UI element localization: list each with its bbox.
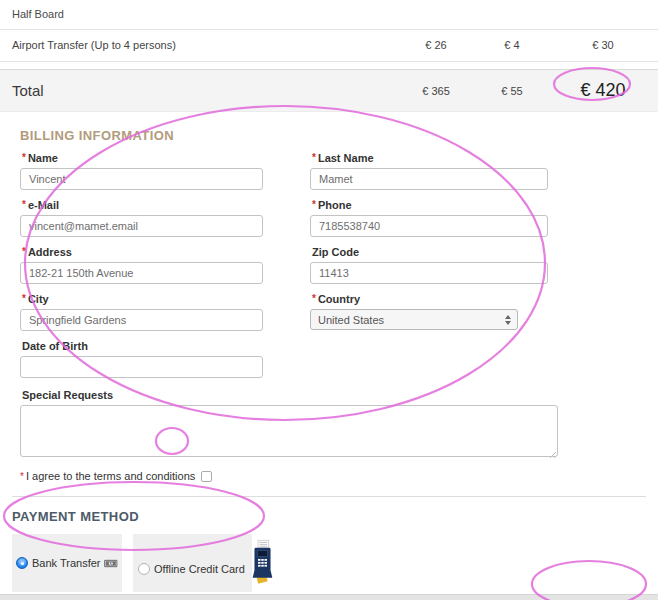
field-city: *City bbox=[20, 293, 263, 331]
pricing-table: Half Board Airport Transfer (Up to 4 per… bbox=[0, 0, 658, 112]
total-price: € 365 bbox=[396, 85, 476, 97]
field-email: *e-Mail bbox=[20, 199, 263, 237]
required-marker: * bbox=[20, 471, 24, 482]
terms-row: * I agree to the terms and conditions bbox=[20, 470, 658, 482]
svg-text:$: $ bbox=[110, 561, 112, 565]
required-marker: * bbox=[22, 152, 26, 163]
footer-strip bbox=[0, 594, 658, 600]
date-of-birth-input[interactable] bbox=[20, 356, 263, 378]
billing-section: BILLING INFORMATION *Name *Last Name *e-… bbox=[0, 112, 658, 482]
required-marker: * bbox=[312, 293, 316, 304]
checkout-page: Half Board Airport Transfer (Up to 4 per… bbox=[0, 0, 658, 600]
name-input[interactable] bbox=[20, 168, 263, 190]
address-label: *Address bbox=[22, 246, 263, 258]
special-requests-label: Special Requests bbox=[22, 389, 558, 401]
last-name-input[interactable] bbox=[310, 168, 548, 190]
payment-heading: PAYMENT METHOD bbox=[12, 509, 658, 524]
card-terminal-icon bbox=[250, 539, 275, 587]
country-select[interactable]: United States bbox=[310, 309, 518, 330]
billing-form-grid: *Name *Last Name *e-Mail *Phone *Address… bbox=[20, 152, 658, 387]
required-marker: * bbox=[22, 246, 26, 257]
field-country: *Country United States bbox=[310, 293, 548, 331]
zip-code-label: Zip Code bbox=[312, 246, 548, 258]
offline-credit-card-label: Offline Credit Card bbox=[154, 563, 245, 575]
grand-total-value: € 420 bbox=[548, 80, 658, 101]
zip-code-input[interactable] bbox=[310, 262, 548, 284]
date-of-birth-label: Date of Birth bbox=[22, 340, 263, 352]
offline-credit-card-radio[interactable] bbox=[138, 563, 150, 575]
required-marker: * bbox=[22, 293, 26, 304]
banknote-icon: $ bbox=[104, 555, 118, 572]
row-total: € 30 bbox=[548, 39, 658, 51]
name-label: *Name bbox=[22, 152, 263, 164]
address-input[interactable] bbox=[20, 262, 263, 284]
city-label: *City bbox=[22, 293, 263, 305]
required-marker: * bbox=[22, 199, 26, 210]
payment-section: PAYMENT METHOD Bank Transfer $ Offline C… bbox=[0, 497, 658, 592]
last-name-label: *Last Name bbox=[312, 152, 548, 164]
email-label: *e-Mail bbox=[22, 199, 263, 211]
row-extra: € 4 bbox=[476, 39, 548, 51]
field-name: *Name bbox=[20, 152, 263, 190]
required-marker: * bbox=[312, 199, 316, 210]
payment-option-offline-credit-card[interactable]: Offline Credit Card bbox=[133, 534, 252, 592]
email-input[interactable] bbox=[20, 215, 263, 237]
total-extra: € 55 bbox=[476, 85, 548, 97]
field-address: *Address bbox=[20, 246, 263, 284]
row-price: € 26 bbox=[396, 39, 476, 51]
city-input[interactable] bbox=[20, 309, 263, 331]
phone-label: *Phone bbox=[312, 199, 548, 211]
field-zip-code: Zip Code bbox=[310, 246, 548, 284]
terms-checkbox[interactable] bbox=[201, 471, 212, 482]
total-label: Total bbox=[0, 82, 396, 99]
country-label: *Country bbox=[312, 293, 548, 305]
special-requests-textarea[interactable] bbox=[20, 405, 558, 457]
field-last-name: *Last Name bbox=[310, 152, 548, 190]
total-row: Total € 365 € 55 € 420 bbox=[0, 69, 658, 112]
table-row: Airport Transfer (Up to 4 persons) € 26 … bbox=[0, 30, 658, 62]
field-phone: *Phone bbox=[310, 199, 548, 237]
field-date-of-birth: Date of Birth bbox=[20, 340, 263, 378]
rate-plan-label: Half Board bbox=[0, 6, 658, 30]
field-special-requests: Special Requests bbox=[20, 389, 558, 461]
billing-heading: BILLING INFORMATION bbox=[20, 128, 658, 143]
phone-input[interactable] bbox=[310, 215, 548, 237]
terms-label: I agree to the terms and conditions bbox=[26, 470, 195, 482]
row-label: Airport Transfer (Up to 4 persons) bbox=[0, 39, 396, 51]
required-marker: * bbox=[312, 152, 316, 163]
payment-options: Bank Transfer $ Offline Credit Card bbox=[12, 534, 658, 592]
bank-transfer-label: Bank Transfer bbox=[32, 557, 100, 569]
payment-option-bank-transfer[interactable]: Bank Transfer $ bbox=[12, 534, 122, 592]
bank-transfer-radio[interactable] bbox=[16, 557, 28, 569]
